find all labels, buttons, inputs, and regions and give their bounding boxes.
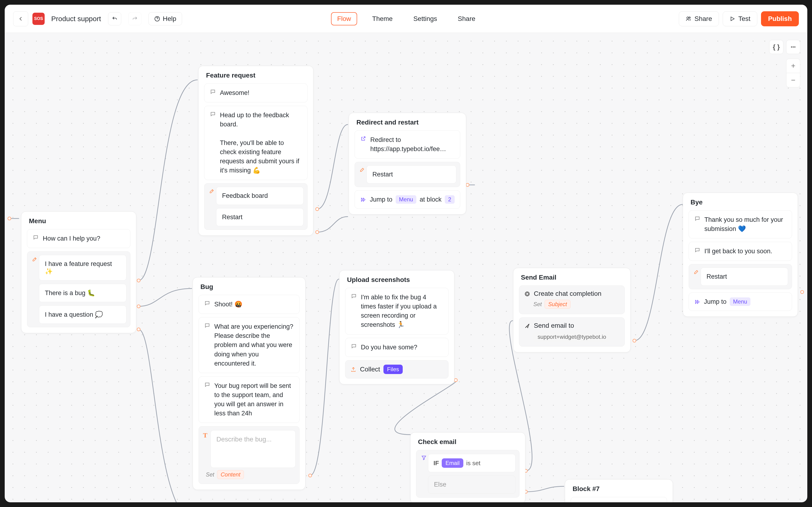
text-input-item[interactable]: T Describe the bug... Set Content	[198, 426, 300, 484]
bubble-text: I'll get back to you soon.	[704, 247, 787, 256]
email-address: support+widget@typebot.io	[533, 332, 611, 342]
svg-marker-14	[695, 300, 697, 303]
choice-option[interactable]: Restart	[701, 268, 788, 286]
bubble-text: Do you have some?	[361, 343, 443, 352]
choice-input-item[interactable]: I have a feature request ✨ There is a bu…	[27, 251, 130, 327]
set-variable-row: Set Content	[202, 468, 296, 480]
block-title: Upload screenshots	[345, 276, 449, 284]
bubble-item[interactable]: I'm able to fix the bug 4 times faster i…	[345, 288, 449, 335]
variable-chip: Email	[442, 458, 463, 468]
bubble-text: What are you experiencing? Please descri…	[214, 322, 294, 368]
choice-option[interactable]: I have a question 💭	[39, 305, 126, 324]
svg-point-7	[795, 47, 795, 48]
block-7[interactable]: Block #7 On which email can I contact yo…	[565, 479, 673, 502]
bubble-item[interactable]: I'll get back to you soon.	[689, 242, 792, 261]
jump-label: Jump to	[704, 298, 727, 305]
condition-item[interactable]: IF Email is set Else	[416, 450, 519, 498]
users-icon	[686, 16, 691, 21]
tab-settings[interactable]: Settings	[408, 13, 443, 25]
block-redirect[interactable]: Redirect and restart Redirect to https:/…	[349, 113, 466, 215]
more-button[interactable]	[786, 40, 800, 54]
share-button[interactable]: Share	[679, 11, 719, 26]
chat-bubble-icon	[210, 89, 216, 95]
port[interactable]	[800, 290, 804, 294]
choice-option[interactable]: I have a feature request ✨	[39, 255, 126, 281]
svg-marker-10	[422, 456, 426, 460]
openai-item[interactable]: Create chat completion Set Subject	[519, 285, 625, 314]
port[interactable]	[315, 230, 319, 234]
block-feature-request[interactable]: Feature request Awesome! Head up to the …	[198, 66, 313, 236]
condition-else[interactable]: Else	[428, 475, 516, 494]
header: SOS Product support Help Flow Theme Sett…	[5, 5, 807, 33]
choice-input-item[interactable]: Feedback board Restart	[204, 183, 307, 230]
bubble-text: Head up to the feedback board. There, yo…	[220, 111, 302, 175]
svg-point-5	[791, 47, 792, 48]
port[interactable]	[454, 378, 458, 382]
chat-bubble-icon	[210, 111, 216, 117]
bubble-item[interactable]: Head up to the feedback board. There, yo…	[204, 106, 307, 180]
block-check-email[interactable]: Check email IF Email is set Else	[410, 432, 525, 502]
zoom-in-button[interactable]: +	[787, 59, 800, 73]
variable-chip: Content	[217, 470, 244, 479]
choice-input-item[interactable]: Restart	[355, 162, 460, 187]
port[interactable]	[137, 304, 140, 308]
bubble-item[interactable]: How can I help you?	[27, 229, 130, 248]
tab-share[interactable]: Share	[452, 13, 481, 25]
jump-item[interactable]: Jump to Menu at block 2	[355, 190, 460, 209]
bubble-item[interactable]: Thank you so much for your submission 💙	[689, 210, 792, 238]
tab-theme[interactable]: Theme	[366, 13, 398, 25]
zoom-out-button[interactable]: −	[787, 73, 800, 87]
condition-if[interactable]: IF Email is set	[428, 454, 516, 472]
bubble-text: Awesome!	[220, 88, 302, 98]
port[interactable]	[137, 328, 140, 331]
help-button[interactable]: Help	[149, 12, 182, 25]
jump-item[interactable]: Jump to Menu	[689, 292, 792, 311]
input-placeholder: Describe the bug...	[211, 430, 296, 468]
bubble-item[interactable]: Your bug report will be sent to the supp…	[198, 376, 300, 423]
test-button[interactable]: Test	[723, 11, 757, 26]
block-title: Send Email	[519, 274, 625, 281]
choice-input-item[interactable]: Restart	[689, 264, 792, 289]
back-button[interactable]	[13, 11, 28, 26]
bubble-text: How can I help you?	[43, 234, 125, 243]
redirect-item[interactable]: Redirect to https://app.typebot.io/fee…	[355, 130, 460, 159]
bubble-item[interactable]: On which email can I contact you?	[571, 497, 667, 502]
publish-button[interactable]: Publish	[761, 11, 799, 26]
edit-icon	[209, 188, 215, 194]
undo-button[interactable]	[108, 12, 121, 25]
chevron-left-icon	[17, 15, 24, 22]
block-upload[interactable]: Upload screenshots I'm able to fix the b…	[339, 270, 454, 384]
external-link-icon	[360, 136, 366, 142]
block-menu[interactable]: Menu How can I help you? I have a featur…	[21, 212, 136, 333]
port[interactable]	[466, 183, 469, 187]
canvas[interactable]: { } + − Menu How can I help you? I have …	[5, 33, 807, 502]
json-button[interactable]: { }	[769, 40, 784, 54]
tab-flow[interactable]: Flow	[331, 12, 357, 25]
bubble-item[interactable]: What are you experiencing? Please descri…	[198, 317, 300, 373]
svg-marker-8	[361, 198, 363, 201]
choice-option[interactable]: Restart	[366, 165, 456, 183]
bubble-item[interactable]: Shoot! 🤬	[198, 295, 300, 314]
block-bye[interactable]: Bye Thank you so much for your submissio…	[683, 193, 798, 317]
port[interactable]	[315, 207, 319, 211]
choice-option[interactable]: There is a bug 🐛	[39, 284, 126, 302]
choice-option[interactable]: Restart	[216, 208, 303, 226]
block-title: Menu	[27, 217, 130, 225]
bubble-text: Your bug report will be sent to the supp…	[214, 381, 294, 418]
app-window: SOS Product support Help Flow Theme Sett…	[5, 5, 807, 502]
choice-option[interactable]: Feedback board	[216, 187, 303, 205]
jump-label: Jump to	[370, 196, 392, 203]
bubble-item[interactable]: Awesome!	[204, 83, 307, 102]
block-title: Check email	[416, 438, 519, 446]
bubble-item[interactable]: Do you have some?	[345, 338, 449, 357]
send-email-item[interactable]: Send email to support+widget@typebot.io	[519, 318, 625, 346]
block-send-email[interactable]: Send Email Create chat completion Set Su…	[513, 268, 631, 352]
fast-forward-icon	[694, 299, 701, 305]
port[interactable]	[633, 339, 636, 343]
port[interactable]	[308, 474, 312, 477]
file-input-item[interactable]: Collect Files	[345, 360, 449, 379]
port[interactable]	[7, 217, 11, 220]
block-bug[interactable]: Bug Shoot! 🤬 What are you experiencing? …	[193, 277, 305, 490]
chat-bubble-icon	[694, 216, 701, 221]
port[interactable]	[137, 279, 140, 282]
